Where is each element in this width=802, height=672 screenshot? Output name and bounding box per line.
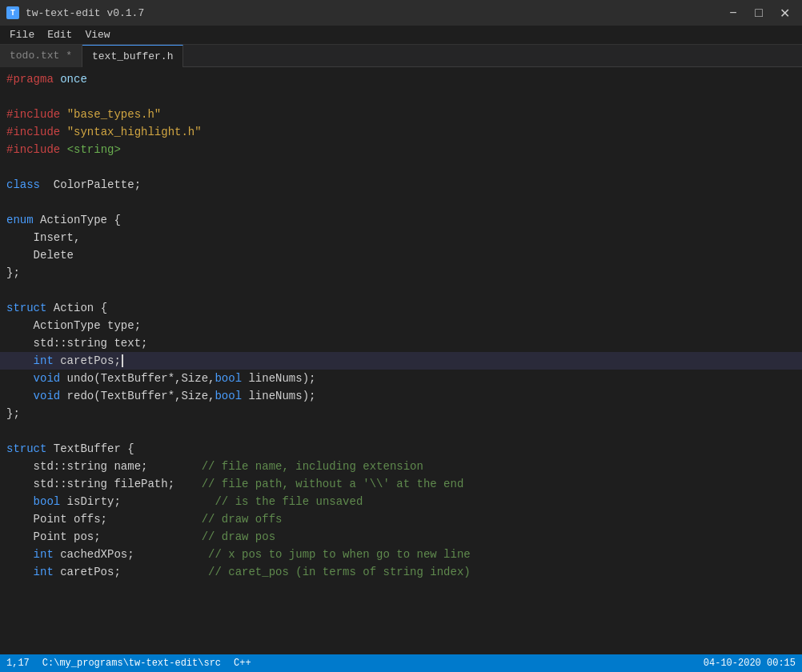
- tab-todo-txt[interactable]: todo.txt *: [0, 45, 82, 67]
- tab-text-buffer-label: text_buffer.h: [92, 50, 173, 62]
- window-controls: − □ ✕: [722, 5, 796, 21]
- maximize-button[interactable]: □: [748, 5, 770, 21]
- code-line-11: Delete: [0, 246, 802, 264]
- code-line-2: [0, 88, 802, 106]
- menu-file[interactable]: File: [3, 27, 41, 42]
- pragma-keyword: #pragma: [6, 73, 54, 86]
- close-button[interactable]: ✕: [773, 5, 796, 21]
- menu-edit[interactable]: Edit: [41, 27, 78, 42]
- code-line-3: #include "base_types.h": [0, 106, 802, 123]
- status-left: 1,17 C:\my_programs\tw-text-edit\src C++: [6, 658, 251, 669]
- code-line-10: Insert,: [0, 229, 802, 246]
- code-line-23: std::string name; // file name, includin…: [0, 458, 802, 475]
- code-editor[interactable]: #pragma once #include "base_types.h" #in…: [0, 67, 802, 654]
- code-line-18: void undo(TextBuffer*,Size,bool lineNums…: [0, 370, 802, 387]
- code-line-21: [0, 422, 802, 440]
- code-line-28: int cachedXPos; // x pos to jump to when…: [0, 546, 802, 563]
- code-line-12: };: [0, 264, 802, 282]
- menu-view[interactable]: View: [78, 27, 116, 42]
- tab-text-buffer-h[interactable]: text_buffer.h: [82, 45, 183, 67]
- code-line-22: struct TextBuffer {: [0, 440, 802, 458]
- code-line-4: #include "syntax_highlight.h": [0, 123, 802, 141]
- code-line-6: [0, 158, 802, 176]
- status-bar: 1,17 C:\my_programs\tw-text-edit\src C++…: [0, 654, 802, 672]
- tab-todo-label: todo.txt *: [10, 50, 72, 62]
- datetime-display: 04-10-2020 00:15: [704, 658, 796, 669]
- app-icon: T: [6, 6, 19, 19]
- code-line-27: Point pos; // draw pos: [0, 528, 802, 546]
- code-line-29: int caretPos; // caret_pos (in terms of …: [0, 563, 802, 581]
- menu-bar: File Edit View: [0, 26, 802, 45]
- code-line-9: enum ActionType {: [0, 211, 802, 229]
- code-line-8: [0, 194, 802, 211]
- window-title: tw-text-edit v0.1.7: [26, 7, 144, 19]
- code-line-26: Point offs; // draw offs: [0, 510, 802, 528]
- tab-bar: todo.txt * text_buffer.h: [0, 45, 802, 67]
- code-line-25: bool isDirty; // is the file unsaved: [0, 493, 802, 510]
- file-path: C:\my_programs\tw-text-edit\src: [42, 658, 221, 669]
- status-right: 04-10-2020 00:15: [704, 658, 796, 669]
- pragma-value: once: [60, 73, 87, 86]
- code-line-7: class ColorPalette;: [0, 176, 802, 194]
- code-line-17: int caretPos;: [0, 352, 802, 370]
- code-line-1: #pragma once: [0, 70, 802, 88]
- code-line-5: #include <string>: [0, 141, 802, 158]
- code-line-16: std::string text;: [0, 334, 802, 352]
- language-indicator: C++: [234, 658, 251, 669]
- code-line-14: struct Action {: [0, 299, 802, 317]
- code-line-19: void redo(TextBuffer*,Size,bool lineNums…: [0, 387, 802, 405]
- minimize-button[interactable]: −: [722, 5, 744, 21]
- title-bar-left: T tw-text-edit v0.1.7: [6, 6, 144, 19]
- text-cursor: [122, 354, 123, 367]
- code-line-24: std::string filePath; // file path, with…: [0, 475, 802, 493]
- cursor-position: 1,17: [6, 658, 30, 669]
- code-line-13: [0, 282, 802, 299]
- code-line-15: ActionType type;: [0, 317, 802, 334]
- code-line-20: };: [0, 405, 802, 422]
- title-bar: T tw-text-edit v0.1.7 − □ ✕: [0, 0, 802, 26]
